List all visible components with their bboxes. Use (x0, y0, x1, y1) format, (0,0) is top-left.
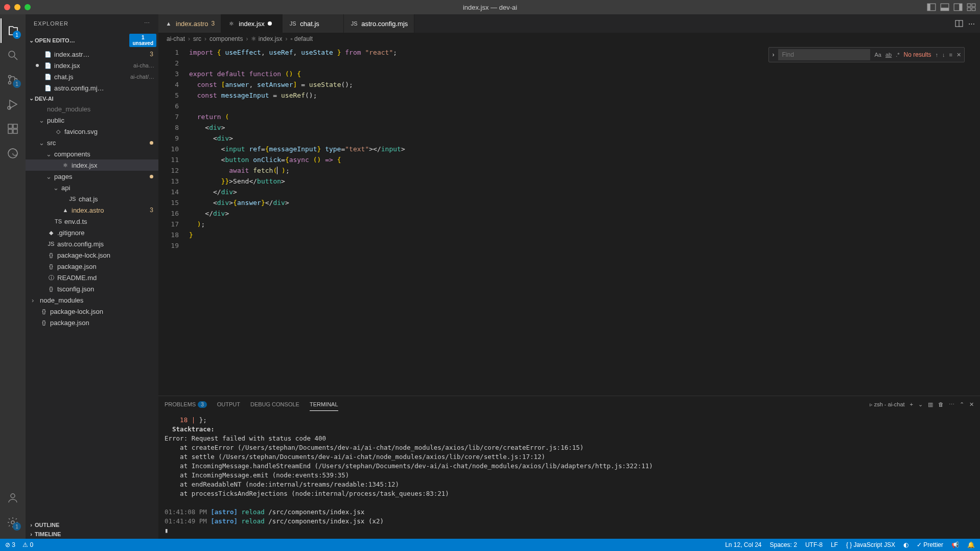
tree-item[interactable]: ⌄components (26, 148, 158, 159)
tree-item[interactable]: ⚛index.jsx (26, 159, 158, 171)
terminal-dropdown-icon[interactable]: ⌄ (918, 401, 923, 408)
panel-tab-debug[interactable]: DEBUG CONSOLE (250, 398, 299, 410)
close-window[interactable] (4, 4, 10, 10)
status-warnings[interactable]: ⚠ 0 (22, 541, 33, 548)
breadcrumb-item[interactable]: ai-chat (167, 35, 185, 42)
tab-more-icon[interactable]: ⋯ (968, 20, 975, 28)
status-lang[interactable]: { } JavaScript JSX (846, 541, 895, 548)
tree-item[interactable]: JSastro.config.mjs (26, 238, 158, 249)
open-editors-header[interactable]: ⌄ OPEN EDITO… 1 unsaved (26, 32, 158, 49)
regex-icon[interactable]: .* (896, 52, 899, 58)
settings-badge: 1 (13, 522, 21, 531)
split-terminal-icon[interactable]: ▥ (928, 401, 933, 408)
tree-item[interactable]: ›node_modules (26, 294, 158, 306)
tree-item[interactable]: ⌄pages (26, 171, 158, 182)
svg-rect-20 (13, 129, 17, 133)
find-selection-icon[interactable]: ≡ (949, 52, 952, 58)
breadcrumb-item[interactable]: ▫ default (290, 35, 313, 42)
open-editor-item[interactable]: 📄astro.config.mj… (26, 82, 158, 94)
activity-explorer[interactable]: 1 (1, 18, 25, 43)
open-editor-item[interactable]: 📄chat.jsai-chat/… (26, 71, 158, 82)
tree-item[interactable]: {}package.json (26, 317, 158, 328)
find-close-icon[interactable]: ✕ (956, 52, 961, 58)
find-widget: › Aa ab .* No results ↑ ↓ ≡ ✕ (768, 47, 965, 62)
tree-item[interactable]: node_modules (26, 103, 158, 114)
activity-source-control[interactable]: 1 (1, 67, 25, 92)
editor-tab[interactable]: ▲index.astro3 (158, 14, 221, 33)
status-encoding[interactable]: UTF-8 (805, 541, 823, 548)
tree-item[interactable]: ◇favicon.svg (26, 126, 158, 137)
tree-item[interactable]: ◆.gitignore (26, 227, 158, 238)
breadcrumb-item[interactable]: ⚛ index.jsx (251, 35, 282, 42)
find-expand-icon[interactable]: › (772, 51, 774, 58)
match-word-icon[interactable]: ab (885, 52, 892, 58)
panel-tab-problems[interactable]: PROBLEMS3 (165, 398, 207, 410)
new-terminal-icon[interactable]: + (910, 401, 913, 407)
tree-item[interactable]: TSenv.d.ts (26, 216, 158, 227)
layout-secondary-icon[interactable] (953, 3, 963, 12)
status-bell-icon[interactable]: 🔔 (967, 541, 975, 548)
terminal-picker[interactable]: ▹ zsh - ai-chat (870, 401, 905, 408)
panel-maximize-icon[interactable]: ⌃ (960, 401, 964, 408)
outline-header[interactable]: › OUTLINE (26, 520, 158, 530)
tree-item[interactable]: {}package-lock.json (26, 249, 158, 261)
panel-tab-output[interactable]: OUTPUT (217, 398, 240, 410)
project-header[interactable]: ⌄ DEV-AI (26, 94, 158, 103)
tree-item[interactable]: {}package.json (26, 261, 158, 272)
breadcrumb-item[interactable]: components (209, 35, 243, 42)
editor-tab[interactable]: ⚛index.jsx (221, 14, 283, 33)
panel-close-icon[interactable]: ✕ (969, 401, 974, 408)
activity-search[interactable] (1, 43, 25, 67)
layout-panel-icon[interactable] (940, 3, 949, 12)
line-gutter: 12345678910111213141516171819 (158, 45, 189, 396)
editor-tab[interactable]: JSastro.config.mjs (344, 14, 414, 33)
breadcrumb-item[interactable]: src (193, 35, 201, 42)
status-feedback-icon[interactable]: 📢 (951, 541, 959, 548)
match-case-icon[interactable]: Aa (874, 52, 881, 58)
editor-tab[interactable]: JSchat.js (283, 14, 344, 33)
layout-primary-icon[interactable] (927, 3, 936, 12)
sidebar-more-icon[interactable]: ⋯ (144, 20, 150, 27)
status-spaces[interactable]: Spaces: 2 (770, 541, 797, 548)
tree-item[interactable]: ▲index.astro3 (26, 204, 158, 216)
activity-extensions[interactable] (1, 117, 25, 141)
scm-badge: 1 (13, 80, 21, 88)
breadcrumb[interactable]: ai-chat›src›components›⚛ index.jsx›▫ def… (158, 33, 980, 45)
code-content[interactable]: import { useEffect, useRef, useState } f… (189, 45, 980, 396)
activity-run-debug[interactable] (1, 92, 25, 117)
status-eol[interactable]: LF (831, 541, 838, 548)
tree-item[interactable]: ⌄public (26, 114, 158, 126)
open-editor-item[interactable]: 📄index.astr…3 (26, 49, 158, 60)
activity-settings[interactable]: 1 (1, 510, 25, 535)
window-controls (4, 4, 31, 10)
svg-rect-8 (967, 8, 971, 11)
panel-tab-terminal[interactable]: TERMINAL (310, 398, 338, 411)
timeline-header[interactable]: › TIMELINE (26, 530, 158, 539)
tree-item[interactable]: {}package-lock.json (26, 306, 158, 317)
find-input[interactable] (778, 49, 870, 60)
status-cursor[interactable]: Ln 12, Col 24 (725, 541, 761, 548)
svg-point-10 (9, 51, 15, 57)
open-editor-item[interactable]: 📄index.jsxai-cha… (26, 60, 158, 71)
layout-customize-icon[interactable] (967, 3, 976, 12)
split-editor-icon[interactable] (955, 19, 963, 28)
find-prev-icon[interactable]: ↑ (936, 52, 939, 58)
status-prettier[interactable]: ✓ Prettier (917, 541, 943, 548)
tree-item[interactable]: {}tsconfig.json (26, 283, 158, 294)
kill-terminal-icon[interactable]: 🗑 (938, 401, 944, 407)
status-copilot-icon[interactable]: ◐ (903, 541, 908, 548)
panel-more-icon[interactable]: ⋯ (949, 401, 954, 408)
svg-rect-1 (927, 4, 930, 11)
activity-account[interactable] (1, 486, 25, 510)
find-next-icon[interactable]: ↓ (942, 52, 945, 58)
maximize-window[interactable] (25, 4, 31, 10)
tree-item[interactable]: ⌄src (26, 137, 158, 148)
editor-body[interactable]: 12345678910111213141516171819 import { u… (158, 45, 980, 396)
tree-item[interactable]: JSchat.js (26, 193, 158, 204)
minimize-window[interactable] (14, 4, 20, 10)
activity-edge[interactable] (1, 141, 25, 166)
terminal-output[interactable]: 18 | }; Stacktrace: Error: Request faile… (158, 412, 980, 539)
tree-item[interactable]: ⌄api (26, 182, 158, 193)
status-errors[interactable]: ⊘ 3 (5, 541, 15, 548)
tree-item[interactable]: ⓘREADME.md (26, 272, 158, 283)
